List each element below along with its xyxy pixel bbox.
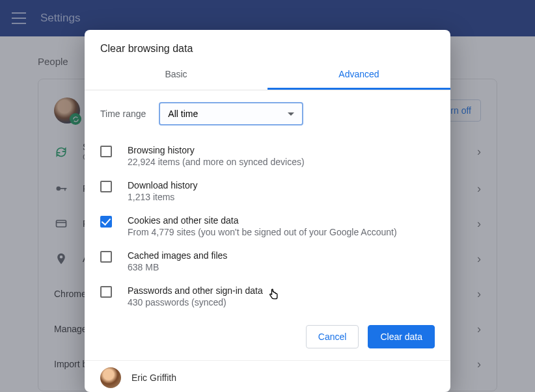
chevron-down-icon	[288, 112, 294, 116]
tab-advanced[interactable]: Advanced	[268, 61, 450, 90]
check-row[interactable]: Browsing history 22,924 items (and more …	[100, 138, 435, 174]
checkbox[interactable]	[100, 286, 112, 298]
check-row[interactable]: Passwords and other sign-in data 430 pas…	[100, 279, 435, 314]
modal-overlay: Clear browsing data Basic Advanced Time …	[0, 0, 535, 392]
dialog-actions: Cancel Clear data	[85, 315, 450, 360]
check-title: Cached images and files	[128, 250, 227, 261]
check-title: Cookies and other site data	[128, 215, 397, 226]
dialog-tabs: Basic Advanced	[85, 61, 450, 90]
cancel-button[interactable]: Cancel	[306, 325, 359, 348]
footer-user: Eric Griffith	[131, 372, 176, 383]
check-row[interactable]: Download history 1,213 items	[100, 174, 435, 209]
time-range-select[interactable]: All time	[159, 102, 303, 125]
time-range-row: Time range All time	[100, 102, 435, 125]
check-title: Browsing history	[128, 145, 305, 155]
check-subtitle: 430 passwords (synced)	[128, 297, 263, 307]
check-title: Passwords and other sign-in data	[128, 285, 263, 296]
clear-data-dialog: Clear browsing data Basic Advanced Time …	[85, 30, 450, 392]
checkbox[interactable]	[100, 146, 112, 157]
footer-avatar	[100, 367, 121, 388]
check-subtitle: 638 MB	[128, 262, 227, 272]
time-range-label: Time range	[100, 109, 146, 119]
check-row[interactable]: Cached images and files 638 MB	[100, 244, 435, 279]
dialog-title: Clear browsing data	[85, 30, 450, 61]
time-range-value: All time	[168, 109, 198, 119]
check-subtitle: From 4,779 sites (you won't be signed ou…	[128, 227, 397, 237]
check-subtitle: 1,213 items	[128, 192, 197, 202]
tab-basic[interactable]: Basic	[85, 61, 268, 90]
dialog-footer: Eric Griffith	[85, 360, 450, 392]
check-title: Download history	[128, 180, 197, 190]
dialog-body: Time range All time Browsing history 22,…	[85, 90, 450, 315]
check-row[interactable]: Cookies and other site data From 4,779 s…	[100, 209, 435, 244]
clear-data-button[interactable]: Clear data	[368, 325, 435, 348]
checkbox[interactable]	[100, 251, 112, 263]
check-subtitle: 22,924 items (and more on synced devices…	[128, 157, 305, 167]
checkbox[interactable]	[100, 216, 112, 228]
checkbox[interactable]	[100, 181, 112, 192]
